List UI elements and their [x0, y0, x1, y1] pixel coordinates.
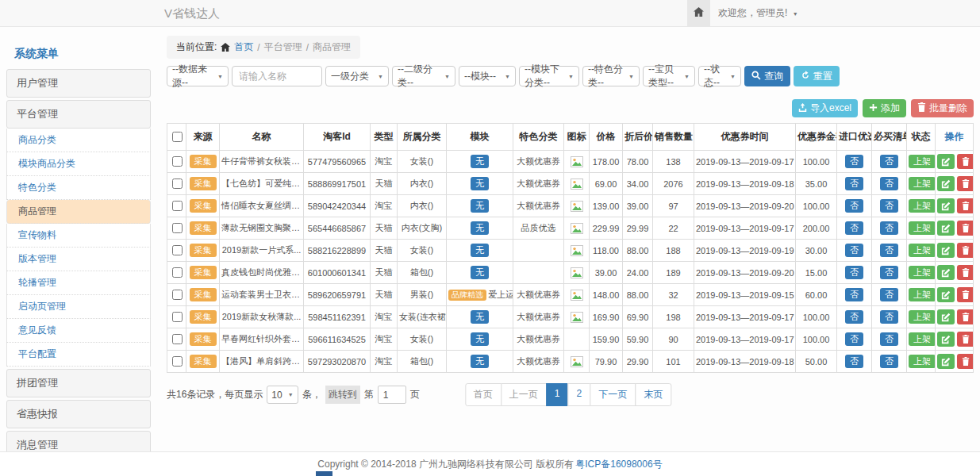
- delete-button[interactable]: [957, 265, 974, 280]
- user-menu[interactable]: 欢迎您，管理员! ▼: [718, 0, 798, 27]
- must-buy-toggle[interactable]: 否: [880, 155, 898, 169]
- status-badge[interactable]: 上架: [909, 199, 936, 213]
- add-button[interactable]: 添加: [863, 99, 906, 117]
- filter-status[interactable]: --状态--▼: [698, 66, 741, 86]
- delete-button[interactable]: [957, 287, 974, 302]
- delete-button[interactable]: [957, 176, 974, 191]
- filter-level1-category[interactable]: 一级分类▼: [325, 66, 389, 86]
- sidebar-item[interactable]: 轮播管理: [6, 271, 151, 295]
- delete-button[interactable]: [957, 309, 974, 324]
- edit-button[interactable]: [937, 309, 955, 324]
- must-buy-toggle[interactable]: 否: [880, 177, 898, 191]
- per-page-select[interactable]: 10 ▼: [267, 386, 298, 404]
- row-checkbox[interactable]: [172, 267, 183, 278]
- sidebar-item[interactable]: 版本管理: [6, 248, 151, 271]
- sidebar-item[interactable]: 拼团管理: [6, 369, 151, 397]
- row-checkbox[interactable]: [172, 245, 183, 255]
- must-buy-toggle[interactable]: 否: [880, 244, 898, 258]
- filter-feature-category[interactable]: --特色分类--▼: [582, 66, 640, 86]
- imported-toggle[interactable]: 否: [845, 310, 863, 324]
- delete-button[interactable]: [957, 332, 974, 347]
- filter-module[interactable]: --模块--▼: [459, 66, 516, 86]
- row-checkbox[interactable]: [172, 201, 183, 211]
- edit-button[interactable]: [937, 354, 955, 369]
- edit-button[interactable]: [937, 176, 955, 191]
- status-badge[interactable]: 上架: [909, 332, 936, 347]
- imported-toggle[interactable]: 否: [845, 177, 863, 191]
- pager-button[interactable]: 末页: [635, 383, 671, 406]
- sidebar-item[interactable]: 平台管理: [6, 100, 151, 129]
- import-excel-button[interactable]: 导入excel: [792, 99, 858, 117]
- breadcrumb-prefix: 当前位置:: [176, 40, 217, 54]
- delete-button[interactable]: [957, 243, 974, 258]
- sidebar-item[interactable]: 省惠快报: [6, 400, 151, 428]
- must-buy-toggle[interactable]: 否: [880, 221, 898, 236]
- icp-link[interactable]: 粤ICP备16098006号: [575, 458, 662, 471]
- filter-name-input[interactable]: [232, 66, 322, 86]
- sidebar-item[interactable]: 启动页管理: [6, 295, 151, 319]
- sidebar-item[interactable]: 商品分类: [6, 129, 151, 152]
- must-buy-toggle[interactable]: 否: [880, 288, 898, 302]
- sidebar-item[interactable]: 平台配置: [6, 343, 151, 367]
- delete-button[interactable]: [957, 354, 974, 369]
- status-badge[interactable]: 上架: [909, 355, 936, 369]
- select-all-checkbox[interactable]: [172, 132, 183, 142]
- sidebar-item[interactable]: 用户管理: [6, 69, 151, 98]
- row-checkbox[interactable]: [172, 223, 183, 233]
- sidebar-item[interactable]: 意见反馈: [6, 319, 151, 343]
- filter-data-source[interactable]: --数据来源--▼: [167, 66, 229, 86]
- edit-button[interactable]: [937, 243, 955, 258]
- status-badge[interactable]: 上架: [909, 155, 936, 169]
- row-checkbox[interactable]: [172, 312, 183, 322]
- row-checkbox[interactable]: [172, 356, 183, 367]
- status-badge[interactable]: 上架: [909, 177, 936, 191]
- status-badge[interactable]: 上架: [909, 244, 936, 258]
- breadcrumb-home-link[interactable]: 首页: [234, 40, 253, 54]
- sidebar-item[interactable]: 商品管理: [6, 200, 151, 224]
- sidebar-item[interactable]: 特色分类: [6, 176, 151, 200]
- filter-module-subcategory[interactable]: --模块下分类--▼: [519, 66, 579, 86]
- pager-button[interactable]: 下一页: [590, 383, 636, 406]
- filter-item-type[interactable]: --宝贝类型--▼: [643, 66, 695, 86]
- imported-toggle[interactable]: 否: [845, 199, 863, 213]
- edit-button[interactable]: [937, 265, 955, 280]
- status-badge[interactable]: 上架: [909, 266, 936, 280]
- pager-button[interactable]: 1: [546, 383, 569, 406]
- status-badge[interactable]: 上架: [909, 221, 936, 236]
- imported-toggle[interactable]: 否: [845, 332, 863, 347]
- batch-delete-button[interactable]: 批量删除: [911, 99, 974, 117]
- status-badge[interactable]: 上架: [909, 310, 936, 324]
- delete-button[interactable]: [957, 221, 974, 236]
- page-number-input[interactable]: [378, 386, 406, 404]
- filter-level2-category[interactable]: --二级分类--▼: [392, 66, 455, 86]
- row-checkbox[interactable]: [172, 178, 183, 189]
- home-button[interactable]: [687, 0, 710, 26]
- delete-button[interactable]: [957, 154, 974, 169]
- delete-button[interactable]: [957, 198, 974, 213]
- must-buy-toggle[interactable]: 否: [880, 355, 898, 369]
- imported-toggle[interactable]: 否: [845, 288, 863, 302]
- must-buy-toggle[interactable]: 否: [880, 310, 898, 324]
- edit-button[interactable]: [937, 287, 955, 302]
- sidebar-item[interactable]: 模块商品分类: [6, 152, 151, 176]
- edit-button[interactable]: [937, 332, 955, 347]
- imported-toggle[interactable]: 否: [845, 221, 863, 236]
- search-button[interactable]: 查询: [744, 66, 790, 86]
- pager-button[interactable]: 2: [568, 383, 591, 406]
- sidebar-item[interactable]: 宣传物料: [6, 224, 151, 248]
- row-checkbox[interactable]: [172, 156, 183, 167]
- imported-toggle[interactable]: 否: [845, 266, 863, 280]
- status-badge[interactable]: 上架: [909, 288, 936, 302]
- must-buy-toggle[interactable]: 否: [880, 199, 898, 213]
- reset-button[interactable]: 重置: [794, 66, 840, 86]
- edit-button[interactable]: [937, 221, 955, 236]
- imported-toggle[interactable]: 否: [845, 155, 863, 169]
- imported-toggle[interactable]: 否: [845, 355, 863, 369]
- must-buy-toggle[interactable]: 否: [880, 266, 898, 280]
- must-buy-toggle[interactable]: 否: [880, 332, 898, 347]
- row-checkbox[interactable]: [172, 290, 183, 300]
- row-checkbox[interactable]: [172, 334, 183, 344]
- edit-button[interactable]: [937, 154, 955, 169]
- edit-button[interactable]: [937, 198, 955, 213]
- imported-toggle[interactable]: 否: [845, 244, 863, 258]
